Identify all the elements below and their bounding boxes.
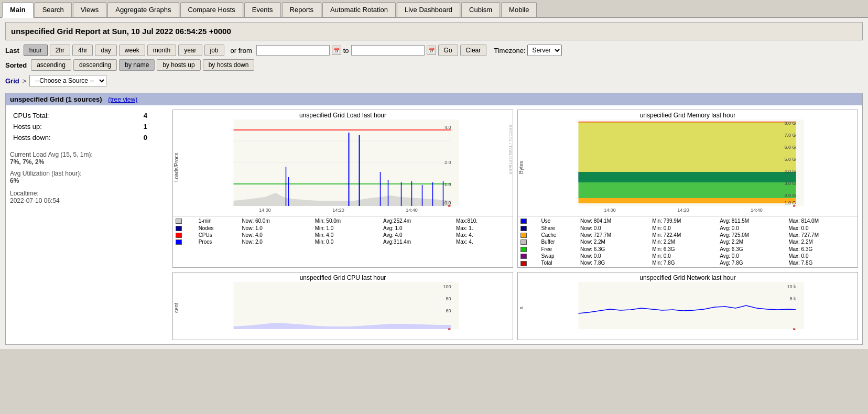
memory-chart-title: unspecified Grid Memory last hour <box>518 110 858 119</box>
tab-events[interactable]: Events <box>244 2 281 17</box>
legend-min: Min: 50.0m <box>313 218 381 224</box>
controls-row: Last hour 2hr 4hr day week month year jo… <box>5 45 863 56</box>
charts-area: unspecified Grid Load last hour Loads/Pr… <box>172 110 858 340</box>
network-chart-title: unspecified Grid Network last hour <box>518 273 858 282</box>
from-date-input[interactable] <box>256 45 330 56</box>
tab-mobile[interactable]: Mobile <box>501 2 537 17</box>
time-btn-2hr[interactable]: 2hr <box>50 45 70 56</box>
grid-section-header: unspecified Grid (1 sources) (tree view) <box>6 93 862 105</box>
to-calendar-icon[interactable]: 📅 <box>427 46 436 55</box>
svg-text:14:00: 14:00 <box>259 208 271 213</box>
timezone-label: Timezone: <box>494 47 525 55</box>
legend-max: Max:810. <box>454 218 512 224</box>
legend-min: Min: 1.0 <box>313 225 381 231</box>
svg-text:14:00: 14:00 <box>604 208 616 213</box>
load-chart-box: unspecified Grid Load last hour Loads/Pr… <box>172 110 513 268</box>
network-chart-box: unspecified Grid Network last hour s 10 … <box>517 272 858 340</box>
cpu-y-label: cent <box>173 282 180 334</box>
tab-cubism[interactable]: Cubism <box>461 2 500 17</box>
sort-btn-ascending[interactable]: ascending <box>31 59 71 71</box>
legend-max: Max: 4. <box>454 232 512 238</box>
utilization-label: Avg Utilization (last hour): <box>10 170 167 177</box>
svg-text:100: 100 <box>443 284 451 289</box>
table-row: CPUs Total: 4 <box>11 111 166 121</box>
svg-rect-44 <box>234 282 459 329</box>
tab-search[interactable]: Search <box>35 2 72 17</box>
last-label: Last <box>5 47 19 55</box>
sort-btn-byhostsdown[interactable]: by hosts down <box>203 59 255 71</box>
legend-color-procs <box>176 239 182 245</box>
load-avg-value: 7%, 7%, 2% <box>10 158 167 166</box>
grid-section: unspecified Grid (1 sources) (tree view)… <box>5 93 863 345</box>
tab-livedashboard[interactable]: Live Dashboard <box>397 2 460 17</box>
legend-color-cpus <box>176 233 182 238</box>
tab-main[interactable]: Main <box>2 2 34 18</box>
load-chart-title: unspecified Grid Load last hour <box>173 110 513 119</box>
grid-arrow: > <box>23 77 27 85</box>
legend-min: Min: 4.0 <box>313 232 381 238</box>
tab-views[interactable]: Views <box>73 2 106 17</box>
svg-rect-28 <box>579 122 796 172</box>
legend-color-total <box>520 261 527 266</box>
go-button[interactable]: Go <box>438 45 458 56</box>
svg-text:6.0 G: 6.0 G <box>784 145 796 150</box>
svg-rect-0 <box>234 119 459 206</box>
legend-avg: Avg: 1.0 <box>382 225 453 231</box>
svg-text:7.0 G: 7.0 G <box>784 133 796 138</box>
timezone-select[interactable]: Server UTC Local <box>527 45 562 56</box>
grid-source-row: Grid > --Choose a Source -- <box>5 75 863 86</box>
sorted-label: Sorted <box>5 61 27 69</box>
tab-compare[interactable]: Compare Hosts <box>180 2 243 17</box>
load-avg-info: Current Load Avg (15, 5, 1m): 7%, 7%, 2%… <box>10 151 167 184</box>
time-btn-hour[interactable]: hour <box>24 45 48 56</box>
legend-max: Max: 4. <box>454 239 512 245</box>
to-date-input[interactable] <box>351 45 425 56</box>
legend-label: 1-min <box>197 218 240 224</box>
legend-color-1min <box>176 219 182 224</box>
load-y-label: Loads/Procs <box>173 119 180 215</box>
load-chart-svg: 4.0 2.0 1.0 0.0 14:00 14:20 14:40 <box>180 119 513 214</box>
info-table: CPUs Total: 4 Hosts up: 1 Hosts down: 0 <box>10 110 167 144</box>
time-btn-week[interactable]: week <box>119 45 145 56</box>
svg-text:14:40: 14:40 <box>751 208 763 213</box>
legend-color-swap <box>520 254 527 259</box>
load-avg-label: Current Load Avg (15, 5, 1m): <box>10 151 167 158</box>
localtime-label: Localtime: <box>10 190 167 197</box>
cpus-total-value: 4 <box>142 111 166 121</box>
sort-btn-descending[interactable]: descending <box>73 59 117 71</box>
clear-button[interactable]: Clear <box>460 45 487 56</box>
time-btn-day[interactable]: day <box>95 45 116 56</box>
time-btn-month[interactable]: month <box>147 45 176 56</box>
legend-avg: Avg:311.4m <box>382 239 453 245</box>
grid-source-select[interactable]: --Choose a Source -- <box>29 75 106 86</box>
table-row: Hosts down: 0 <box>11 133 166 143</box>
time-btn-year[interactable]: year <box>178 45 202 56</box>
hosts-down-label: Hosts down: <box>11 133 140 143</box>
tab-reports[interactable]: Reports <box>282 2 322 17</box>
svg-text:0.0: 0.0 <box>444 200 451 205</box>
time-btn-job[interactable]: job <box>204 45 224 56</box>
load-rotated-label: RRTOOL / TOBI OETIKER <box>508 125 513 175</box>
grid-info: CPUs Total: 4 Hosts up: 1 Hosts down: 0 … <box>10 110 167 340</box>
charts-row-1: unspecified Grid Load last hour Loads/Pr… <box>172 110 858 268</box>
sort-btn-byhostsup[interactable]: by hosts up <box>157 59 200 71</box>
time-btn-4hr[interactable]: 4hr <box>72 45 93 56</box>
grid-label: Grid <box>5 77 19 85</box>
localtime-info: Localtime: 2022-07-10 06:54 <box>10 190 167 204</box>
memory-y-label: Bytes <box>518 119 525 215</box>
svg-text:60: 60 <box>446 308 451 313</box>
sort-row: Sorted ascending descending by name by h… <box>5 59 863 71</box>
hosts-up-value: 1 <box>142 122 166 132</box>
svg-text:80: 80 <box>446 296 451 301</box>
tree-view-link[interactable]: (tree view) <box>108 96 137 103</box>
legend-now: Now: 2.0 <box>240 239 312 245</box>
from-calendar-icon[interactable]: 📅 <box>332 46 341 55</box>
table-row: Hosts up: 1 <box>11 122 166 132</box>
load-legend: 1-min Now: 60.0m Min: 50.0m Avg:252.4m M… <box>173 216 513 246</box>
page-title: unspecified Grid Report at Sun, 10 Jul 2… <box>5 22 863 40</box>
sort-btn-byname[interactable]: by name <box>119 59 155 71</box>
legend-now: Now: 1.0 <box>240 225 312 231</box>
tab-aggregate[interactable]: Aggregate Graphs <box>107 2 179 17</box>
svg-text:4.0: 4.0 <box>444 125 451 130</box>
tab-autorotation[interactable]: Automatic Rotation <box>322 2 396 17</box>
